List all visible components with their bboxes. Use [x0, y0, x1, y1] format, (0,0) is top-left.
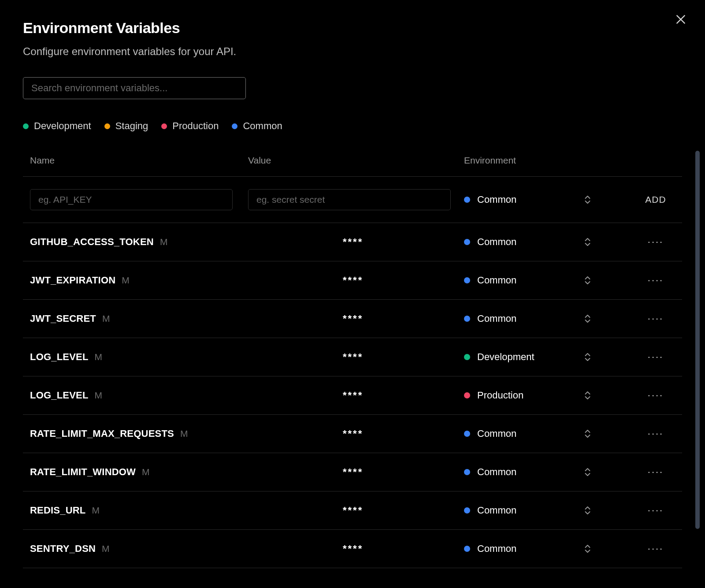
- env-sort-toggle[interactable]: [574, 352, 601, 362]
- var-value: ****: [343, 275, 464, 286]
- var-value: ****: [343, 543, 464, 555]
- row-env-label: Common: [477, 428, 516, 439]
- chevron-updown-icon: [584, 275, 591, 285]
- var-badge: M: [95, 352, 103, 362]
- var-name-text: GITHUB_ACCESS_TOKEN: [30, 236, 154, 248]
- legend-label: Staging: [115, 120, 148, 132]
- scrollbar[interactable]: [695, 151, 700, 529]
- row-env-selector[interactable]: Common: [464, 466, 574, 478]
- col-value: Value: [248, 155, 464, 166]
- env-sort-toggle[interactable]: [574, 275, 601, 285]
- add-value-input[interactable]: [248, 189, 451, 210]
- legend-item: Common: [232, 120, 282, 132]
- add-name-input[interactable]: [30, 189, 233, 210]
- env-dot-icon: [464, 197, 470, 203]
- chevron-updown-icon: [584, 429, 591, 439]
- row-env-label: Common: [477, 236, 516, 248]
- table-row: RATE_LIMIT_WINDOW M **** Common ····: [23, 453, 682, 491]
- legend-label: Development: [34, 120, 91, 132]
- var-name: RATE_LIMIT_WINDOW M: [30, 466, 343, 478]
- more-button[interactable]: ····: [601, 351, 689, 363]
- var-value: ****: [343, 313, 464, 324]
- row-env-selector[interactable]: Common: [464, 275, 574, 286]
- table-row: RATE_LIMIT_MAX_REQUESTS M **** Common ··…: [23, 415, 682, 453]
- var-value: ****: [343, 351, 464, 363]
- chevron-updown-icon: [584, 237, 591, 247]
- var-value: ****: [343, 466, 464, 478]
- page-title: Environment Variables: [23, 19, 682, 37]
- row-env-label: Common: [477, 543, 516, 555]
- row-env-selector[interactable]: Common: [464, 543, 574, 555]
- legend-dot-icon: [23, 123, 29, 129]
- env-dot-icon: [464, 354, 470, 360]
- env-sort-toggle[interactable]: [574, 506, 601, 515]
- more-button[interactable]: ····: [601, 505, 689, 516]
- legend-dot-icon: [232, 123, 237, 129]
- var-name-text: LOG_LEVEL: [30, 390, 89, 401]
- env-sort-toggle[interactable]: [574, 195, 601, 205]
- env-legend: Development Staging Production Common: [23, 120, 682, 132]
- more-button[interactable]: ····: [601, 390, 689, 401]
- var-name-text: REDIS_URL: [30, 505, 86, 516]
- chevron-updown-icon: [584, 467, 591, 477]
- var-badge: M: [122, 275, 130, 286]
- var-badge: M: [95, 390, 103, 401]
- legend-item: Staging: [104, 120, 148, 132]
- add-env-label: Common: [477, 194, 516, 205]
- env-dot-icon: [464, 469, 470, 475]
- var-name-text: SENTRY_DSN: [30, 543, 96, 555]
- table-row: JWT_SECRET M **** Common ····: [23, 300, 682, 338]
- var-name-text: RATE_LIMIT_MAX_REQUESTS: [30, 428, 174, 439]
- var-badge: M: [102, 543, 110, 554]
- var-name: REDIS_URL M: [30, 505, 343, 516]
- env-sort-toggle[interactable]: [574, 544, 601, 554]
- row-env-label: Production: [477, 390, 523, 401]
- legend-dot-icon: [161, 123, 167, 129]
- row-env-selector[interactable]: Development: [464, 351, 574, 363]
- var-name: RATE_LIMIT_MAX_REQUESTS M: [30, 428, 343, 439]
- env-dot-icon: [464, 392, 470, 398]
- var-name-text: JWT_SECRET: [30, 313, 96, 324]
- env-sort-toggle[interactable]: [574, 391, 601, 400]
- more-button[interactable]: ····: [601, 236, 689, 248]
- chevron-updown-icon: [584, 544, 591, 554]
- var-badge: M: [160, 237, 168, 247]
- add-env-selector[interactable]: Common: [464, 194, 574, 205]
- var-name: LOG_LEVEL M: [30, 351, 343, 363]
- legend-dot-icon: [104, 123, 110, 129]
- var-name: JWT_EXPIRATION M: [30, 275, 343, 286]
- more-button[interactable]: ····: [601, 275, 689, 286]
- var-name: LOG_LEVEL M: [30, 390, 343, 401]
- row-env-selector[interactable]: Production: [464, 390, 574, 401]
- var-value: ****: [343, 428, 464, 439]
- chevron-updown-icon: [584, 506, 591, 515]
- var-value: ****: [343, 236, 464, 248]
- more-button[interactable]: ····: [601, 313, 689, 324]
- legend-label: Production: [172, 120, 219, 132]
- row-env-selector[interactable]: Common: [464, 236, 574, 248]
- chevron-updown-icon: [584, 195, 591, 205]
- add-var-row: Common ADD: [23, 177, 682, 223]
- row-env-selector[interactable]: Common: [464, 428, 574, 439]
- more-button[interactable]: ····: [601, 543, 689, 555]
- env-sort-toggle[interactable]: [574, 237, 601, 247]
- env-sort-toggle[interactable]: [574, 429, 601, 439]
- page-subtitle: Configure environment variables for your…: [23, 45, 682, 58]
- var-value: ****: [343, 505, 464, 516]
- chevron-updown-icon: [584, 314, 591, 324]
- row-env-label: Common: [477, 466, 516, 478]
- table-header: Name Value Environment: [23, 147, 682, 177]
- table-row: GITHUB_ACCESS_TOKEN M **** Common ····: [23, 223, 682, 261]
- env-sort-toggle[interactable]: [574, 467, 601, 477]
- table-row: SENTRY_DSN M **** Common ····: [23, 530, 682, 568]
- add-button[interactable]: ADD: [601, 194, 689, 205]
- env-sort-toggle[interactable]: [574, 314, 601, 324]
- search-input[interactable]: [23, 77, 246, 99]
- row-env-selector[interactable]: Common: [464, 505, 574, 516]
- col-name: Name: [30, 155, 248, 166]
- var-badge: M: [102, 313, 110, 324]
- more-button[interactable]: ····: [601, 428, 689, 439]
- chevron-updown-icon: [584, 391, 591, 400]
- more-button[interactable]: ····: [601, 466, 689, 478]
- row-env-selector[interactable]: Common: [464, 313, 574, 324]
